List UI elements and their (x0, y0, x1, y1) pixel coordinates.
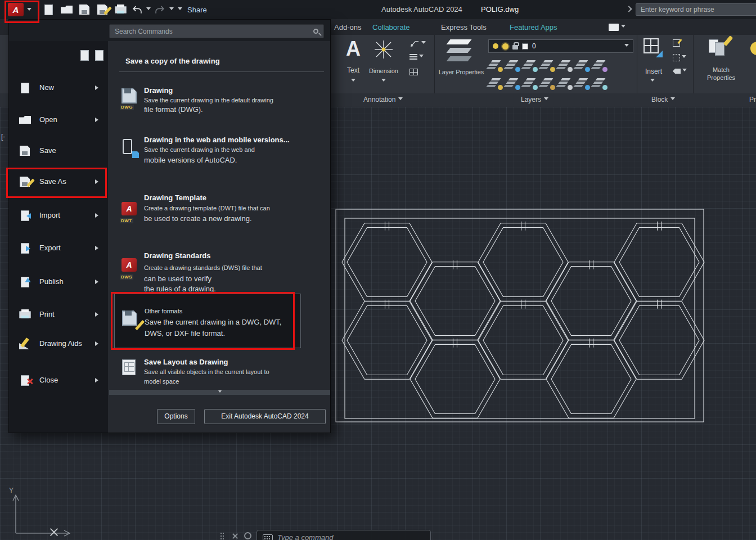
submenu-arrow-icon (95, 246, 101, 250)
drag-grip-icon[interactable] (220, 533, 225, 540)
app-menu-item-drawing-aids[interactable]: Drawing Aids (11, 328, 106, 359)
undo-history-caret-icon[interactable] (146, 7, 151, 12)
block-panel-label[interactable]: Block (651, 96, 675, 104)
layer-tool-icon[interactable] (559, 58, 573, 72)
qat-customize-caret-icon[interactable] (178, 7, 182, 12)
annotation-highlight-app-menu-button (4, 1, 39, 23)
layer-tool-icon[interactable] (507, 76, 520, 90)
match-properties-label[interactable]: Match Properties (701, 66, 741, 82)
save-option-desc-line: mobile versions of AutoCAD. (144, 156, 237, 164)
app-menu-item-save[interactable]: Save (11, 137, 106, 164)
clipped-tool-icon[interactable] (750, 42, 756, 55)
tab-add-ons[interactable]: Add-ons (334, 22, 361, 33)
layer-tool-icon[interactable] (524, 76, 538, 90)
submenu-arrow-icon (95, 341, 101, 346)
recent-documents-button[interactable] (78, 49, 91, 62)
save-option-drawing-standards[interactable]: ADWSDrawing StandardsCreate a drawing st… (114, 248, 301, 292)
publish-icon (18, 276, 33, 288)
app-menu-item-close[interactable]: Close (11, 367, 106, 394)
help-search[interactable] (636, 3, 756, 16)
text-style-tool[interactable] (410, 54, 424, 60)
dimension-icon[interactable] (374, 39, 394, 60)
std-icon: ADWS (122, 258, 138, 277)
tab-express-tools[interactable]: Express Tools (441, 22, 487, 33)
dimension-dropdown-caret-icon[interactable] (381, 79, 386, 84)
layer-tool-icon[interactable] (524, 58, 538, 72)
layer-tool-icon[interactable] (577, 58, 590, 72)
text-tool-label[interactable]: Text (339, 66, 368, 74)
layer-select[interactable]: 0 (488, 39, 633, 53)
app-menu-item-open[interactable]: Open (11, 106, 106, 133)
layer-tool-icon[interactable] (489, 58, 503, 72)
save-option-drawing[interactable]: DWGDrawingSave the current drawing in th… (114, 83, 301, 114)
document-title: POLIG.dwg (481, 5, 519, 14)
properties-panel-label-partial[interactable]: Pr (749, 96, 756, 104)
open-button[interactable] (60, 3, 74, 16)
redo-button[interactable] (155, 6, 165, 14)
submenu-arrow-icon (95, 378, 101, 382)
text-tool-icon[interactable]: A (341, 36, 366, 62)
layers-panel-label[interactable]: Layers (521, 96, 548, 104)
save-option-drawing-template[interactable]: ADWTDrawing TemplateCreate a drawing tem… (114, 190, 301, 224)
save-as-button[interactable] (96, 3, 110, 16)
annotation-panel-label[interactable]: Annotation (363, 96, 403, 104)
export-icon (18, 242, 33, 254)
ribbon-display-toggle[interactable] (609, 22, 631, 33)
redo-history-caret-icon[interactable] (169, 7, 174, 12)
table-tool[interactable] (410, 69, 418, 75)
insert-dropdown-caret-icon[interactable] (650, 79, 655, 84)
app-menu-item-publish[interactable]: Publish (11, 268, 106, 295)
app-menu-item-label: Print (39, 310, 55, 319)
dimension-label[interactable]: Dimension (366, 68, 402, 74)
block-editor-tool[interactable] (673, 39, 680, 47)
plot-button[interactable] (114, 3, 128, 16)
tab-featured-apps[interactable]: Featured Apps (510, 22, 557, 33)
help-search-input[interactable] (641, 6, 756, 14)
text-dropdown-caret-icon[interactable] (351, 79, 356, 84)
layer-properties-icon[interactable] (447, 37, 472, 65)
command-input[interactable]: Type a command (256, 530, 431, 540)
app-menu-item-import[interactable]: Import (11, 202, 106, 229)
image-icon (609, 24, 619, 31)
app-menu-item-new[interactable]: New (11, 74, 106, 101)
open-documents-button[interactable] (92, 49, 106, 62)
new-drawing-button[interactable] (42, 3, 56, 16)
command-search-input[interactable] (115, 28, 310, 35)
leader-tool[interactable] (410, 39, 426, 47)
save-option-drawing-in-the-web-and-mobile-versions[interactable]: Drawing in the web and mobile versions..… (114, 132, 301, 165)
submenu-arrow-icon (95, 213, 101, 218)
save-button[interactable] (78, 3, 92, 16)
annotation-highlight-save-as (6, 168, 107, 198)
share-button[interactable]: Share (187, 6, 207, 14)
define-attributes-tool[interactable] (673, 54, 686, 61)
command-search[interactable] (109, 24, 324, 38)
save-option-desc-line: file format (DWG). (144, 105, 203, 114)
layer-properties-label[interactable]: Layer Properties (434, 69, 488, 75)
layer-tool-icon[interactable] (577, 76, 590, 90)
layer-tool-icon[interactable] (594, 58, 608, 72)
insert-block-icon[interactable] (644, 38, 662, 56)
tab-collaborate[interactable]: Collaborate (372, 22, 410, 33)
layer-tool-icon[interactable] (542, 76, 555, 90)
save-option-save-layout-as-drawing[interactable]: Save Layout as DrawingSave all visible o… (114, 354, 301, 385)
submenu-arrow-icon (95, 312, 101, 317)
attribute-tag-icon (673, 69, 681, 74)
layer-tool-icon[interactable] (594, 76, 608, 90)
match-properties-icon[interactable] (708, 37, 730, 58)
options-button[interactable]: Options (157, 409, 195, 424)
menu-scroll-down[interactable] (109, 390, 330, 395)
layer-tool-icon[interactable] (559, 76, 573, 90)
layer-tool-icon[interactable] (489, 76, 503, 90)
layer-tool-icon[interactable] (507, 58, 520, 72)
manage-attributes-tool[interactable] (673, 69, 687, 74)
undo-button[interactable] (132, 6, 142, 14)
close-command-line-icon[interactable] (232, 533, 238, 539)
chevron-right-icon[interactable] (626, 6, 632, 12)
customize-icon[interactable] (244, 532, 251, 539)
insert-label[interactable]: Insert (639, 68, 668, 75)
app-menu-item-export[interactable]: Export (11, 235, 106, 262)
save-option-desc-line: be used to create a new drawing. (144, 214, 252, 223)
layer-tool-icon[interactable] (542, 58, 555, 72)
app-menu-item-print[interactable]: Print (11, 301, 106, 328)
exit-button[interactable]: Exit Autodesk AutoCAD 2024 (204, 409, 326, 424)
